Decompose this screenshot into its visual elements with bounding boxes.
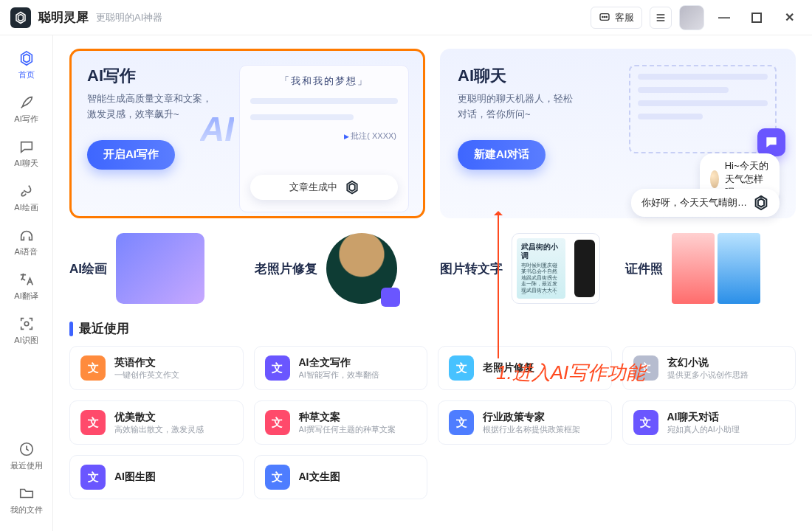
recent-item-title: 行业政策专家 — [483, 411, 580, 424]
window-minimize-button[interactable]: — — [712, 7, 737, 29]
recent-item-title: 玄幻小说 — [667, 356, 749, 369]
titlebar: 聪明灵犀 更聪明的AI神器 客服 — ✕ — [0, 0, 812, 35]
recent-item-sub: 宛如真人的AI小助理 — [667, 424, 740, 435]
recent-item-icon: 文 — [633, 410, 658, 435]
chat-bubble-icon — [599, 12, 610, 24]
sidebar-label: 最近使用 — [10, 460, 43, 471]
chat-fab-icon — [757, 128, 785, 156]
feature-title: 证件照 — [625, 260, 663, 277]
main-content: AI写作 智能生成高质量文章和文案，激发灵感，效率飙升~ 开启AI写作 AI 「… — [53, 35, 812, 531]
recent-item-sub: 提供更多小说创作思路 — [667, 369, 749, 381]
svg-point-2 — [604, 16, 605, 17]
feature-title: 老照片修复 — [255, 260, 317, 277]
preview-heading: 「我和我的梦想」 — [250, 74, 398, 88]
recent-item[interactable]: 文 AI文生图 — [254, 455, 428, 499]
sidebar-item-translate[interactable]: AI翻译 — [4, 266, 49, 307]
app-name: 聪明灵犀 — [38, 9, 89, 26]
folder-icon — [18, 485, 35, 502]
hex-icon — [345, 180, 359, 195]
start-writing-button[interactable]: 开启AI写作 — [87, 140, 175, 170]
user-avatar[interactable] — [679, 5, 704, 30]
svg-point-4 — [24, 322, 29, 326]
recent-heading: 最近使用 — [69, 320, 796, 337]
recent-item[interactable]: 文 老照片修复 — [438, 346, 612, 390]
recent-item[interactable]: 文 AI聊天对话 宛如真人的AI小助理 — [622, 400, 796, 445]
svg-point-1 — [602, 16, 603, 17]
feather-icon — [18, 94, 35, 111]
sidebar-item-writing[interactable]: AI写作 — [4, 88, 49, 130]
recent-item[interactable]: 文 玄幻小说 提供更多小说创作思路 — [622, 346, 796, 390]
sidebar-item-files[interactable]: 我的文件 — [4, 479, 49, 521]
generating-status: 文章生成中 — [250, 175, 398, 200]
recent-item[interactable]: 文 AI图生图 — [69, 455, 244, 499]
sidebar-item-paint[interactable]: AI绘画 — [4, 177, 49, 218]
sidebar-label: AI聊天 — [14, 158, 38, 169]
support-button[interactable]: 客服 — [591, 7, 642, 29]
hero-card-chat[interactable]: AI聊天 更聪明的聊天机器人，轻松对话，答你所问~ 新建AI对话 Hi~今天的天… — [440, 49, 796, 218]
feature-image — [326, 233, 397, 304]
feature-image: 武昌街的小调有时候到重庆碰某书总会不自然地跟武昌街拐去走一阵，最近发现武昌街大大… — [512, 233, 600, 304]
sidebar-item-voice[interactable]: Ai语音 — [4, 221, 49, 263]
window-maximize-button[interactable] — [744, 7, 769, 29]
feature-id-photo[interactable]: 证件照 — [625, 233, 796, 304]
sidebar-item-home[interactable]: 首页 — [4, 44, 49, 86]
menu-button[interactable] — [650, 7, 672, 29]
recent-item[interactable]: 文 行业政策专家 根据行业名称提供政策框架 — [438, 400, 612, 445]
sidebar-item-ocr[interactable]: AI识图 — [4, 310, 49, 351]
recent-item[interactable]: 文 英语作文 一键创作英文作文 — [69, 346, 244, 390]
window-close-button[interactable]: ✕ — [777, 7, 802, 29]
hamburger-icon — [655, 12, 667, 24]
chat-icon — [18, 139, 35, 155]
feature-photo-restore[interactable]: 老照片修复 — [255, 233, 425, 304]
recent-item-title: 老照片修复 — [483, 361, 534, 375]
recent-item-sub: 高效输出散文，激发灵感 — [114, 424, 204, 435]
feature-image — [672, 233, 760, 304]
recent-item-icon: 文 — [633, 355, 658, 381]
clock-icon — [18, 441, 35, 457]
brush-icon — [18, 183, 35, 199]
sidebar: 首页 AI写作 AI聊天 AI绘画 Ai语音 AI翻译 AI识图 — [0, 35, 53, 531]
svg-point-3 — [606, 16, 607, 17]
recent-item-title: AI聊天对话 — [667, 411, 740, 424]
hero-title: AI写作 — [87, 65, 212, 87]
app-logo-icon — [10, 7, 31, 28]
home-icon — [18, 50, 35, 66]
recent-item[interactable]: 文 优美散文 高效输出散文，激发灵感 — [69, 400, 244, 445]
hero-card-writing[interactable]: AI写作 智能生成高质量文章和文案，激发灵感，效率飙升~ 开启AI写作 AI 「… — [69, 49, 425, 218]
recent-item-sub: AI智能写作，效率翻倍 — [299, 369, 379, 381]
sidebar-label: AI识图 — [14, 335, 38, 346]
recent-item[interactable]: 文 AI全文写作 AI智能写作，效率翻倍 — [254, 346, 428, 390]
chat-bubble-ai: 你好呀，今天天气晴朗… — [631, 189, 780, 217]
recent-item-title: 种草文案 — [299, 411, 396, 424]
sidebar-label: AI写作 — [14, 114, 38, 125]
recent-item-title: 优美散文 — [114, 411, 204, 424]
recent-item-title: AI全文写作 — [299, 356, 379, 369]
ai-watermark-icon: AI — [200, 109, 234, 149]
recent-item-icon: 文 — [80, 465, 106, 490]
recent-item-title: AI图生图 — [114, 471, 156, 484]
feature-ocr[interactable]: 图片转文字 武昌街的小调有时候到重庆碰某书总会不自然地跟武昌街拐去走一阵，最近发… — [440, 233, 610, 304]
recent-item-icon: 文 — [265, 465, 290, 490]
feature-title: 图片转文字 — [440, 260, 503, 277]
feature-paint[interactable]: AI绘画 — [69, 233, 240, 304]
recent-item-icon: 文 — [80, 355, 106, 381]
sidebar-item-chat[interactable]: AI聊天 — [4, 133, 49, 174]
recent-item-icon: 文 — [449, 355, 474, 381]
recent-item-sub: 一键创作英文作文 — [114, 369, 179, 381]
sidebar-label: AI绘画 — [14, 202, 38, 213]
chat-preview: Hi~今天的天气怎样呢 你好呀，今天天气晴朗… — [583, 65, 780, 202]
sidebar-label: 首页 — [18, 69, 35, 80]
preview-note: 批注( XXXX) — [344, 131, 396, 142]
hero-desc: 智能生成高质量文章和文案，激发灵感，效率飙升~ — [87, 91, 212, 122]
avatar-icon — [710, 170, 719, 188]
recent-item-sub: 根据行业名称提供政策框架 — [483, 424, 580, 435]
recent-item-title: AI文生图 — [299, 471, 340, 484]
writing-preview: AI 「我和我的梦想」 批注( XXXX) 文章生成中 — [222, 65, 409, 202]
sidebar-item-recent[interactable]: 最近使用 — [4, 435, 49, 476]
support-label: 客服 — [615, 11, 634, 24]
recent-item-icon: 文 — [449, 410, 474, 435]
recent-grid: 文 英语作文 一键创作英文作文文 AI全文写作 AI智能写作，效率翻倍文 老照片… — [69, 346, 796, 499]
recent-item[interactable]: 文 种草文案 AI撰写任何主题的种草文案 — [254, 400, 428, 445]
scan-icon — [18, 316, 35, 332]
new-chat-button[interactable]: 新建AI对话 — [458, 140, 546, 170]
